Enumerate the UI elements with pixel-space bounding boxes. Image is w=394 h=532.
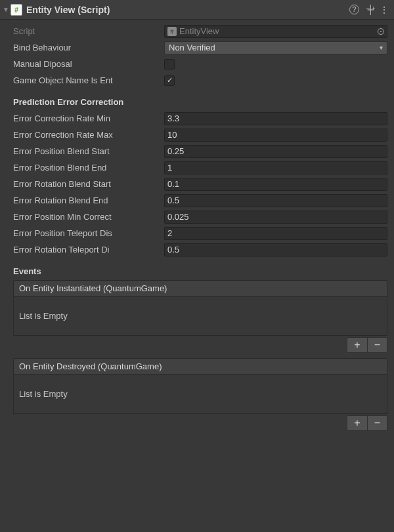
event-block-1: On Entity Destroyed (QuantumGame) List i… — [13, 358, 387, 431]
pred-label-6: Error Position Min Correct — [13, 212, 164, 222]
component-body: Script # EntityView Bind Behaviour Non V… — [0, 20, 394, 443]
pred-row-3: Error Position Blend End — [13, 160, 387, 175]
script-field-icon: # — [167, 27, 177, 36]
bind-behaviour-label: Bind Behaviour — [13, 43, 164, 52]
event-body-0: List is Empty — [13, 297, 387, 336]
preset-icon[interactable]: ⁻┼⁺ — [366, 5, 373, 15]
pred-label-1: Error Correction Rate Max — [13, 130, 164, 140]
event-footer-1: + − — [13, 415, 387, 431]
script-icon: # — [11, 4, 22, 16]
bind-behaviour-value: Non Verified — [169, 43, 215, 52]
event-header-1: On Entity Destroyed (QuantumGame) — [13, 358, 387, 375]
pred-input-6[interactable] — [164, 211, 387, 224]
event-body-1: List is Empty — [13, 375, 387, 414]
pred-label-2: Error Position Blend Start — [13, 146, 164, 156]
event-pm-box-0: + − — [347, 337, 387, 353]
help-icon[interactable]: ? — [349, 5, 359, 14]
component-header: ▼ # Entity View (Script) ? ⁻┼⁺ ⋮ — [0, 0, 394, 20]
pred-input-0[interactable] — [164, 112, 387, 125]
event-block-0: On Entity Instantiated (QuantumGame) Lis… — [13, 280, 387, 353]
prediction-section-title: Prediction Error Correction — [13, 97, 387, 107]
go-name-checkbox[interactable]: ✓ — [164, 75, 175, 86]
pred-input-3[interactable] — [164, 161, 387, 174]
event-add-button-0[interactable]: + — [347, 338, 367, 352]
pred-row-5: Error Rotation Blend End — [13, 193, 387, 208]
pred-input-2[interactable] — [164, 145, 387, 158]
component-title: Entity View (Script) — [26, 5, 349, 15]
manual-disposal-row: Manual Diposal — [13, 56, 387, 72]
pred-label-7: Error Position Teleport Dis — [13, 228, 164, 238]
pred-row-2: Error Position Blend Start — [13, 144, 387, 159]
pred-label-4: Error Rotation Blend Start — [13, 179, 164, 189]
event-pm-box-1: + − — [347, 415, 387, 431]
event-footer-0: + − — [13, 337, 387, 353]
event-remove-button-1[interactable]: − — [367, 416, 387, 430]
event-remove-button-0[interactable]: − — [367, 338, 387, 352]
pred-input-8[interactable] — [164, 243, 387, 256]
pred-input-1[interactable] — [164, 129, 387, 142]
pred-label-8: Error Rotation Teleport Di — [13, 245, 164, 255]
pred-row-0: Error Correction Rate Min — [13, 111, 387, 126]
script-field-value: EntityView — [179, 26, 219, 36]
event-add-button-1[interactable]: + — [347, 416, 367, 430]
menu-icon[interactable]: ⋮ — [380, 5, 389, 15]
pred-input-5[interactable] — [164, 194, 387, 207]
go-name-row: Game Object Name Is Ent ✓ — [13, 73, 387, 88]
bind-behaviour-dropdown[interactable]: Non Verified — [164, 41, 387, 54]
bind-behaviour-row: Bind Behaviour Non Verified — [13, 40, 387, 55]
event-header-0: On Entity Instantiated (QuantumGame) — [13, 280, 387, 297]
header-icons: ? ⁻┼⁺ ⋮ — [349, 5, 389, 15]
pred-row-4: Error Rotation Blend Start — [13, 176, 387, 192]
events-section-title: Events — [13, 266, 387, 276]
script-row: Script # EntityView — [13, 24, 387, 39]
script-object-field[interactable]: # EntityView — [164, 25, 387, 38]
pred-row-7: Error Position Teleport Dis — [13, 226, 387, 241]
pred-row-1: Error Correction Rate Max — [13, 127, 387, 142]
go-name-label: Game Object Name Is Ent — [13, 75, 164, 85]
pred-input-7[interactable] — [164, 227, 387, 240]
pred-row-6: Error Position Min Correct — [13, 209, 387, 224]
pred-input-4[interactable] — [164, 178, 387, 191]
object-picker-icon[interactable] — [378, 28, 384, 35]
pred-row-8: Error Rotation Teleport Di — [13, 242, 387, 257]
pred-label-0: Error Correction Rate Min — [13, 113, 164, 123]
pred-label-3: Error Position Blend End — [13, 163, 164, 173]
manual-disposal-checkbox[interactable] — [164, 59, 175, 70]
pred-label-5: Error Rotation Blend End — [13, 195, 164, 205]
foldout-toggle[interactable]: ▼ — [3, 6, 11, 13]
manual-disposal-label: Manual Diposal — [13, 59, 164, 69]
script-label: Script — [13, 26, 164, 36]
